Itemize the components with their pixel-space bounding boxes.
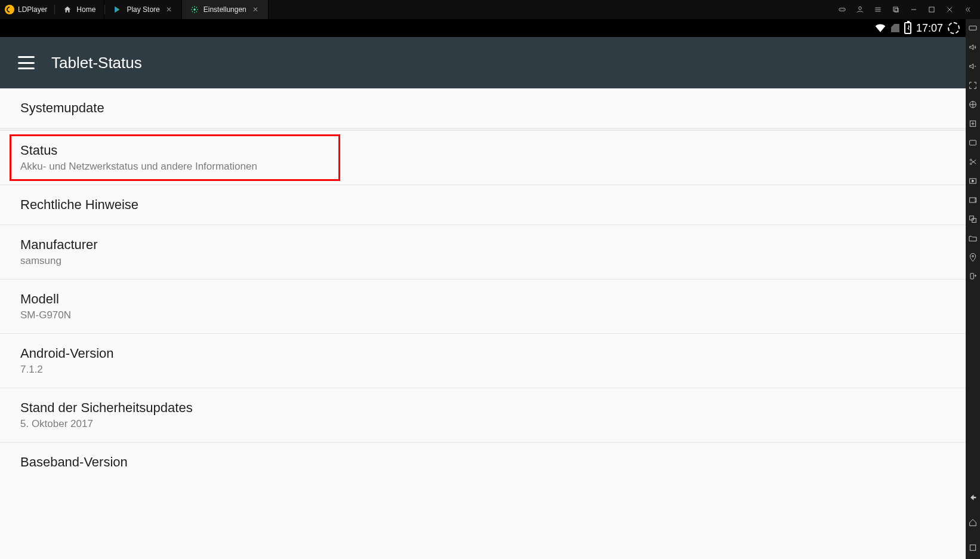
ldplayer-brand-label: LDPlayer	[18, 5, 47, 14]
record-icon[interactable]	[967, 176, 978, 186]
svg-rect-20	[970, 545, 975, 550]
tab-play-store[interactable]: Play Store ✕	[105, 0, 181, 19]
row-title: Stand der Sicherheitsupdates	[20, 400, 945, 416]
ldplayer-brand: LDPlayer	[0, 0, 54, 19]
fullscreen-icon[interactable]	[967, 80, 978, 91]
svg-rect-15	[970, 198, 976, 202]
row-title: Manufacturer	[20, 237, 945, 253]
ldplayer-right-toolbar	[966, 19, 980, 559]
shared-folder-icon[interactable]	[967, 233, 978, 244]
user-icon[interactable]	[855, 4, 865, 15]
row-subtitle: 7.1.2	[20, 364, 945, 376]
maximize-icon[interactable]	[926, 4, 937, 15]
settings-appbar: Tablet-Status	[0, 37, 966, 88]
svg-rect-11	[970, 140, 976, 145]
multi-instance-icon[interactable]	[967, 214, 978, 225]
svg-rect-5	[893, 7, 898, 11]
svg-point-18	[972, 256, 974, 257]
svg-rect-1	[839, 8, 846, 11]
row-title: Android-Version	[20, 346, 945, 361]
settings-gear-icon	[190, 5, 199, 14]
play-store-icon	[113, 5, 122, 14]
screenshot-icon[interactable]	[967, 195, 978, 205]
svg-point-2	[840, 9, 841, 10]
sync-icon	[948, 22, 960, 34]
window-controls	[830, 4, 980, 15]
row-subtitle: 5. Oktober 2017	[20, 418, 945, 430]
ldplayer-tabbar: LDPlayer Home Play Store ✕ Einstellungen…	[0, 0, 980, 19]
close-window-icon[interactable]	[944, 4, 955, 15]
rotate-icon[interactable]	[967, 271, 978, 282]
row-title: Rechtliche Hinweise	[20, 197, 945, 213]
ldplayer-logo-icon	[5, 5, 14, 14]
close-icon[interactable]: ✕	[251, 5, 260, 14]
minimize-icon[interactable]	[908, 4, 919, 15]
apk-icon[interactable]	[967, 137, 978, 148]
row-subtitle: samsung	[20, 255, 945, 267]
svg-point-0	[193, 8, 196, 11]
row-title: Systemupdate	[20, 100, 945, 116]
row-modell[interactable]: Modell SM-G970N	[0, 280, 966, 334]
svg-rect-17	[972, 219, 976, 223]
no-sim-icon	[891, 24, 899, 32]
row-title: Modell	[20, 291, 945, 307]
android-status-bar: 17:07	[0, 19, 966, 37]
location-icon[interactable]	[967, 252, 978, 263]
tab-label: Home	[76, 5, 95, 14]
volume-down-icon[interactable]	[967, 61, 978, 72]
tab-home[interactable]: Home	[55, 0, 104, 19]
row-status[interactable]: Status Akku- und Netzwerkstatus und ande…	[0, 131, 966, 185]
svg-point-13	[970, 163, 972, 165]
tab-einstellungen[interactable]: Einstellungen ✕	[182, 0, 269, 19]
hamburger-menu-icon[interactable]	[18, 56, 35, 69]
multi-window-icon[interactable]	[890, 4, 901, 15]
row-sicherheitsupdates[interactable]: Stand der Sicherheitsupdates 5. Oktober …	[0, 388, 966, 443]
row-title: Status	[20, 143, 945, 158]
close-icon[interactable]: ✕	[165, 5, 173, 14]
keymap-icon[interactable]	[967, 99, 978, 110]
wifi-icon	[874, 22, 886, 34]
install-apk-icon[interactable]	[967, 118, 978, 129]
row-android-version[interactable]: Android-Version 7.1.2	[0, 334, 966, 388]
tab-label: Play Store	[127, 5, 159, 14]
svg-point-4	[859, 7, 862, 10]
svg-rect-8	[969, 26, 976, 30]
svg-point-12	[970, 159, 972, 161]
home-icon	[63, 5, 72, 14]
volume-up-icon[interactable]	[967, 42, 978, 53]
battery-charging-icon	[904, 22, 911, 34]
collapse-icon[interactable]	[962, 4, 973, 15]
menu-lines-icon[interactable]	[873, 4, 883, 15]
keyboard-icon[interactable]	[967, 23, 978, 33]
row-systemupdate[interactable]: Systemupdate	[0, 88, 966, 128]
home-button[interactable]	[967, 517, 978, 528]
android-nav-bar	[966, 492, 980, 559]
gamepad-icon[interactable]	[837, 4, 848, 15]
row-title: Baseband-Version	[20, 454, 945, 470]
svg-rect-7	[929, 7, 934, 12]
back-button[interactable]	[967, 492, 978, 503]
row-subtitle: SM-G970N	[20, 309, 945, 321]
row-baseband-version[interactable]: Baseband-Version	[0, 443, 966, 482]
row-manufacturer[interactable]: Manufacturer samsung	[0, 225, 966, 280]
svg-rect-19	[970, 274, 973, 279]
settings-list: Systemupdate Status Akku- und Netzwerkst…	[0, 88, 966, 559]
row-rechtliche-hinweise[interactable]: Rechtliche Hinweise	[0, 185, 966, 225]
tab-label: Einstellungen	[204, 5, 246, 14]
svg-point-3	[843, 9, 844, 10]
row-subtitle: Akku- und Netzwerkstatus und andere Info…	[20, 161, 945, 173]
svg-rect-16	[970, 216, 974, 220]
page-title: Tablet-Status	[51, 54, 142, 72]
recents-button[interactable]	[967, 542, 978, 553]
status-time: 17:07	[916, 22, 943, 35]
scissors-icon[interactable]	[967, 156, 978, 167]
